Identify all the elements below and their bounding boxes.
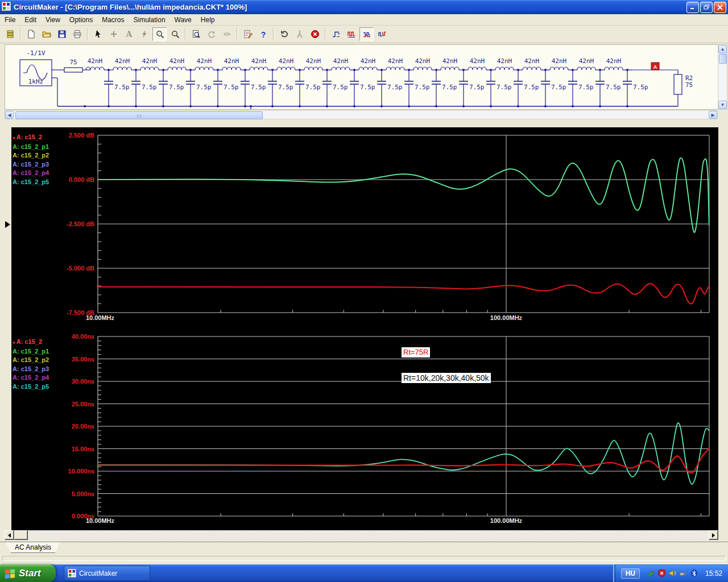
svg-text:5.000ns: 5.000ns xyxy=(72,490,94,497)
scroll-right-button[interactable]: ▶ xyxy=(709,111,717,119)
svg-text:7.5p: 7.5p xyxy=(442,84,457,91)
save-button[interactable] xyxy=(55,27,69,41)
waveform-horizontal-scrollbar[interactable] xyxy=(5,530,718,540)
scroll-up-button[interactable]: ▲ xyxy=(718,45,727,53)
svg-text:30.00ns: 30.00ns xyxy=(72,378,94,385)
svg-text:42nH: 42nH xyxy=(579,57,594,65)
svg-text:15.00ns: 15.00ns xyxy=(72,446,94,452)
new-file-button[interactable] xyxy=(24,27,38,41)
stop-button[interactable] xyxy=(308,27,322,41)
volume-icon[interactable] xyxy=(668,569,677,577)
legend-entry: A: c15_2_p4 xyxy=(13,373,49,383)
splitter-arrow-icon[interactable] xyxy=(5,221,10,228)
language-indicator[interactable]: HU xyxy=(621,568,640,579)
svg-text:42nH: 42nH xyxy=(333,57,349,65)
windows-flag-icon xyxy=(5,568,16,579)
svg-text:7.5p: 7.5p xyxy=(633,84,648,91)
wave-scroll-left-button[interactable] xyxy=(5,530,14,540)
svg-text:0.000 dB: 0.000 dB xyxy=(69,176,94,183)
svg-text:A: A xyxy=(653,64,657,70)
security-alert-icon[interactable] xyxy=(657,569,666,577)
mixed-signal-icon xyxy=(362,30,371,39)
plot2-curve xyxy=(98,423,710,484)
menu-file[interactable]: File xyxy=(0,15,20,25)
minimize-button[interactable] xyxy=(686,2,699,13)
menu-view[interactable]: View xyxy=(41,15,65,25)
step-signal-button[interactable] xyxy=(329,27,343,41)
split-signal-button[interactable] xyxy=(375,27,389,41)
text-tool-button[interactable]: A xyxy=(122,27,136,41)
start-button[interactable]: Start xyxy=(0,564,56,582)
taskbar-task-circuitmaker[interactable]: CircuitMaker xyxy=(64,566,150,581)
top-plot-legend: ●A: c15_2A: c15_2_p1A: c15_2_p2A: c15_2_… xyxy=(13,133,49,186)
scroll-left-button[interactable]: ◀ xyxy=(5,111,14,119)
vertical-scroll-thumb[interactable] xyxy=(719,54,727,64)
svg-text:42nH: 42nH xyxy=(224,57,239,65)
wave-window-toggle-button[interactable] xyxy=(3,27,17,41)
menu-simulation[interactable]: Simulation xyxy=(129,15,170,25)
analyses-setup-button[interactable] xyxy=(241,27,255,41)
open-file-icon xyxy=(42,30,51,39)
svg-text:75: 75 xyxy=(685,81,693,89)
menu-options[interactable]: Options xyxy=(65,15,97,25)
help-button[interactable]: ? xyxy=(256,27,270,41)
plot1-curve xyxy=(98,284,710,304)
wrench-button xyxy=(292,27,307,41)
open-file-button[interactable] xyxy=(39,27,53,41)
close-button[interactable] xyxy=(714,2,726,13)
toolbar-separator xyxy=(273,28,274,40)
svg-text:42nH: 42nH xyxy=(388,57,403,65)
start-label: Start xyxy=(19,568,41,579)
menu-edit[interactable]: Edit xyxy=(20,15,41,25)
waveform-plot-svg: 2.500 dB0.000 dB-2.500 dB-5.000 dB-7.500… xyxy=(11,127,718,530)
scroll-down-button[interactable]: ▼ xyxy=(718,101,727,109)
toolbar-separator xyxy=(325,28,326,40)
waveform-plot-area[interactable]: 2.500 dB0.000 dB-2.500 dB-5.000 dB-7.500… xyxy=(11,127,718,530)
wrench-icon xyxy=(295,30,304,39)
svg-text:7.5p: 7.5p xyxy=(387,84,403,91)
wave-scroll-right-button[interactable] xyxy=(709,530,718,540)
legend-entry: A: c15_2_p1 xyxy=(13,143,49,152)
wave-window-toggle-icon xyxy=(6,30,15,39)
legend-entry: A: c15_2_p2 xyxy=(13,151,49,160)
svg-text:7.5p: 7.5p xyxy=(524,84,539,91)
menu-help[interactable]: Help xyxy=(196,15,220,25)
zoom-tool-button[interactable] xyxy=(168,27,182,41)
schematic-horizontal-scrollbar[interactable]: ◀ ▶ xyxy=(5,110,718,119)
wire-tool-icon xyxy=(109,30,118,39)
svg-text:40.00ns: 40.00ns xyxy=(72,333,94,340)
tablet-icon[interactable] xyxy=(647,569,655,577)
bluetooth-icon[interactable] xyxy=(690,569,698,577)
svg-text:42nH: 42nH xyxy=(251,57,267,65)
svg-text:7.5p: 7.5p xyxy=(305,84,321,91)
zoom-page-button[interactable] xyxy=(189,27,203,41)
probe-tool-button[interactable] xyxy=(152,27,167,41)
svg-text:7.5p: 7.5p xyxy=(469,84,485,91)
svg-text:1kHz: 1kHz xyxy=(28,78,44,85)
delete-tool-button[interactable] xyxy=(137,27,151,41)
mixed-signal-button[interactable] xyxy=(359,27,374,41)
schematic-vertical-scrollbar[interactable]: ▲ ▼ xyxy=(718,44,727,110)
svg-text:7.5p: 7.5p xyxy=(224,84,239,91)
menu-macros[interactable]: Macros xyxy=(97,15,129,25)
tab-ac-analysis[interactable]: AC Analysis xyxy=(6,542,60,553)
svg-text:75: 75 xyxy=(69,59,77,66)
svg-text:7.5p: 7.5p xyxy=(278,84,293,91)
svg-text:7.5p: 7.5p xyxy=(360,84,375,91)
print-button[interactable] xyxy=(70,27,84,41)
plot2-curve xyxy=(98,447,710,473)
step-signal-icon xyxy=(332,30,341,39)
svg-text:-1/1V: -1/1V xyxy=(26,49,45,57)
reset-button[interactable] xyxy=(277,27,291,41)
select-arrow-button[interactable] xyxy=(91,27,105,41)
horizontal-scroll-thumb[interactable] xyxy=(15,111,263,119)
schematic-canvas[interactable]: -1/1V1kHz7542nH7.5p42nH7.5p42nH7.5p42nH7… xyxy=(5,44,718,110)
svg-text:7.5p: 7.5p xyxy=(578,84,594,91)
restore-button[interactable] xyxy=(700,2,713,13)
safely-remove-icon[interactable] xyxy=(679,569,688,577)
wave-scroll-thumb[interactable] xyxy=(14,530,28,540)
menu-wave[interactable]: Wave xyxy=(170,15,196,25)
svg-text:42nH: 42nH xyxy=(470,57,485,65)
wire-tool-button[interactable] xyxy=(106,27,121,41)
pulse-signal-button[interactable] xyxy=(344,27,358,41)
